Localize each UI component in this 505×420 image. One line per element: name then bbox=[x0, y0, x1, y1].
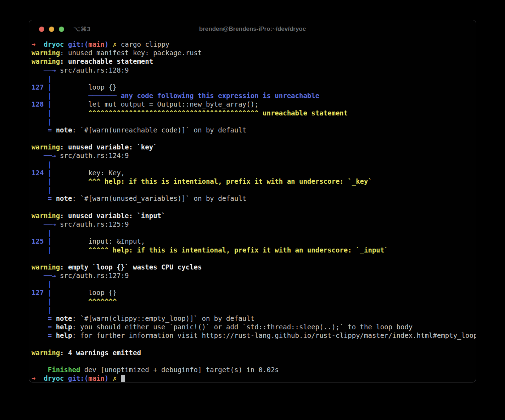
text-segment: input: &Input, bbox=[52, 237, 145, 245]
file-location-line: ──→ src/auth.rs:125:9 bbox=[32, 220, 476, 228]
text-segment: | bbox=[32, 177, 52, 185]
blank-line bbox=[32, 254, 476, 263]
text-segment: ──→ bbox=[32, 66, 56, 74]
code-line: 127 | loop {} bbox=[32, 83, 476, 91]
blank-line bbox=[32, 203, 476, 211]
text-segment bbox=[64, 374, 68, 382]
warning-manifest-line: warning: unused manifest key: package.ru… bbox=[32, 49, 476, 57]
text-segment: dryoc bbox=[44, 374, 64, 382]
help-line: = help: you should either use `panic!()`… bbox=[32, 323, 476, 331]
blank-line bbox=[32, 134, 476, 143]
text-segment: = bbox=[32, 126, 52, 134]
text-segment: 128 | bbox=[32, 100, 52, 108]
text-segment: cargo clippy bbox=[117, 40, 169, 48]
text-segment: ➜ bbox=[32, 374, 35, 382]
text-segment: : `#[warn(unused_variables)]` on by defa… bbox=[72, 194, 246, 202]
gutter-line: | bbox=[32, 160, 476, 169]
caret-help-line: | ^^^ help: if this is intentional, pref… bbox=[32, 177, 476, 186]
terminal-window: ⌥⌘3 brenden@Brendens-iPro:~/dev/dryoc ➜ … bbox=[29, 20, 476, 382]
text-segment: : unused variable: `key` bbox=[60, 143, 157, 151]
window-title: brenden@Brendens-iPro:~/dev/dryoc bbox=[29, 25, 476, 33]
gutter-line: | bbox=[32, 306, 476, 314]
text-segment: help bbox=[52, 323, 72, 331]
text-segment: git:( bbox=[68, 40, 88, 48]
text-segment: loop {} bbox=[52, 289, 117, 296]
note-line: = note: `#[warn(clippy::empty_loop)]` on… bbox=[32, 314, 476, 323]
text-segment: ✗ bbox=[113, 374, 117, 382]
text-segment: : `#[warn(unreachable_code)]` on by defa… bbox=[72, 126, 246, 134]
text-segment: ^^^^^ help: if this is intentional, pref… bbox=[52, 246, 388, 254]
text-segment: | bbox=[32, 297, 52, 305]
text-segment: warning bbox=[32, 49, 60, 57]
text-segment: : 4 warnings emitted bbox=[60, 349, 141, 357]
text-segment: | bbox=[32, 118, 52, 125]
text-segment: ) bbox=[105, 374, 108, 382]
text-segment: = bbox=[32, 314, 52, 322]
text-segment: | bbox=[32, 246, 52, 254]
text-segment: 127 | bbox=[32, 83, 52, 91]
text-segment: note bbox=[52, 126, 72, 134]
gutter-line: | bbox=[32, 186, 476, 194]
text-segment: note bbox=[52, 314, 72, 322]
blank-line bbox=[32, 357, 476, 365]
file-location-line: ──→ src/auth.rs:127:9 bbox=[32, 271, 476, 280]
text-segment: dryoc bbox=[44, 40, 64, 48]
text-segment: help bbox=[52, 331, 72, 339]
text-segment: = bbox=[32, 331, 52, 339]
code-line: 124 | key: Key, bbox=[32, 169, 476, 177]
text-segment: | bbox=[32, 160, 52, 168]
text-segment: src/auth.rs:125:9 bbox=[56, 220, 129, 228]
terminal-content[interactable]: ➜ dryoc git:(main) ✗ cargo clippywarning… bbox=[29, 38, 476, 382]
text-segment: | bbox=[32, 229, 52, 237]
text-segment: = bbox=[32, 323, 52, 331]
text-segment: main bbox=[88, 40, 105, 48]
text-segment bbox=[108, 374, 112, 382]
text-segment: | bbox=[32, 75, 52, 83]
text-segment: warning bbox=[32, 57, 60, 65]
prompt-line: ➜ dryoc git:(main) ✗ cargo clippy bbox=[32, 40, 476, 49]
gutter-line: | bbox=[32, 117, 476, 126]
text-segment: ──→ bbox=[32, 220, 56, 228]
text-segment bbox=[35, 40, 44, 48]
code-line: 125 | input: &Input, bbox=[32, 237, 476, 245]
note-line: = note: `#[warn(unused_variables)]` on b… bbox=[32, 194, 476, 203]
text-segment: ^^^ help: if this is intentional, prefix… bbox=[52, 177, 372, 185]
caret-line: | ^^^^^^^ bbox=[32, 297, 476, 306]
terminal-cursor bbox=[121, 375, 125, 382]
finished-line: Finished dev [unoptimized + debuginfo] t… bbox=[32, 365, 476, 374]
gutter-line: | bbox=[32, 228, 476, 237]
help-line: = help: for further information visit ht… bbox=[32, 331, 476, 340]
text-segment: 127 | bbox=[32, 289, 52, 296]
text-segment: warning bbox=[32, 349, 60, 357]
file-location-line: ──→ src/auth.rs:124:9 bbox=[32, 151, 476, 160]
text-segment: key: Key, bbox=[52, 169, 125, 177]
gutter-line: | bbox=[32, 280, 476, 288]
text-segment bbox=[117, 374, 120, 382]
text-segment bbox=[108, 40, 112, 48]
warning-empty-loop-line: warning: empty `loop {}` wastes CPU cycl… bbox=[32, 263, 476, 271]
titlebar[interactable]: ⌥⌘3 brenden@Brendens-iPro:~/dev/dryoc bbox=[29, 20, 476, 38]
text-segment: note bbox=[52, 194, 72, 202]
text-segment: let mut output = Output::new_byte_array(… bbox=[52, 100, 258, 108]
code-line: 128 | let mut output = Output::new_byte_… bbox=[32, 100, 476, 108]
text-segment: git:( bbox=[68, 374, 88, 382]
text-segment: ✗ bbox=[113, 40, 117, 48]
text-segment: : unused manifest key: package.rust bbox=[60, 49, 202, 57]
prompt-line: ➜ dryoc git:(main) ✗ bbox=[32, 374, 476, 382]
gutter-line: | bbox=[32, 74, 476, 83]
warning-unused-input-line: warning: unused variable: `input` bbox=[32, 211, 476, 220]
text-segment: 125 | bbox=[32, 237, 52, 245]
warning-summary-line: warning: 4 warnings emitted bbox=[32, 348, 476, 357]
text-segment: | bbox=[32, 109, 52, 117]
text-segment: dev [unoptimized + debuginfo] target(s) … bbox=[80, 366, 279, 374]
text-segment: main bbox=[88, 374, 105, 382]
caret-help-line: | ^^^^^ help: if this is intentional, pr… bbox=[32, 246, 476, 254]
text-segment: ──→ bbox=[32, 272, 56, 279]
text-segment: : unreachable statement bbox=[60, 57, 153, 65]
text-segment: 124 | bbox=[32, 169, 52, 177]
text-segment: ➜ bbox=[32, 40, 35, 48]
caret-line: | ^^^^^^^^^^^^^^^^^^^^^^^^^^^^^^^^^^^^^^… bbox=[32, 109, 476, 117]
annotation-line: | ─────── any code following this expres… bbox=[32, 91, 476, 100]
text-segment: : empty `loop {}` wastes CPU cycles bbox=[60, 263, 202, 271]
text-segment: src/auth.rs:127:9 bbox=[56, 272, 129, 279]
